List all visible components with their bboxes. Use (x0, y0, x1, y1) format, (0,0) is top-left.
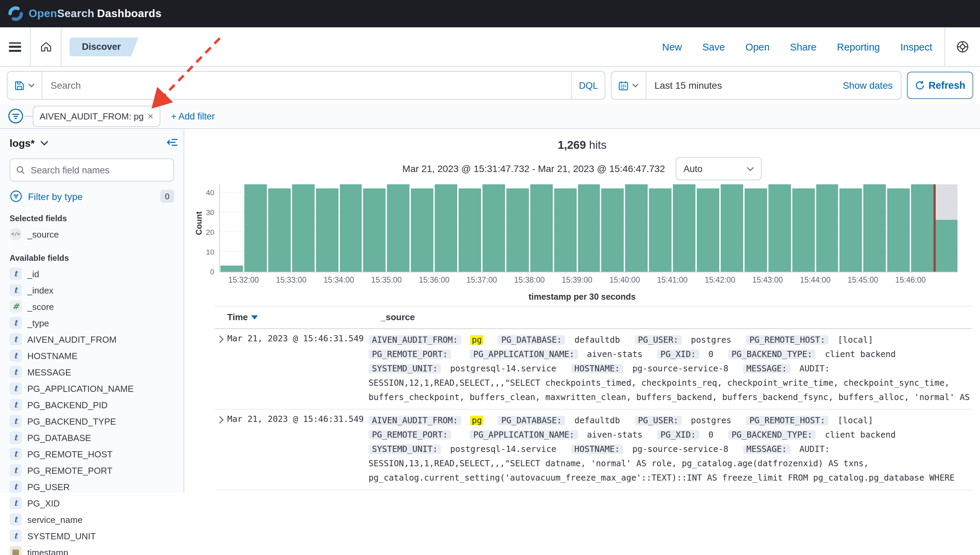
add-filter-button[interactable]: + Add filter (171, 111, 215, 121)
field-value: defaultdb (574, 335, 620, 345)
histogram-bar[interactable] (887, 188, 910, 272)
field-item-_source[interactable]: </>_source (0, 226, 184, 242)
field-item-PG_REMOTE_HOST[interactable]: tPG_REMOTE_HOST (0, 446, 184, 462)
field-item-SYSTEMD_UNIT[interactable]: tSYSTEMD_UNIT (0, 528, 184, 544)
histogram-bar[interactable] (482, 184, 505, 272)
saved-query-button[interactable] (8, 72, 42, 99)
field-item-PG_DATABASE[interactable]: tPG_DATABASE (0, 429, 184, 446)
help-button[interactable] (945, 27, 980, 66)
histogram-bar[interactable] (435, 184, 457, 272)
histogram-bar[interactable] (816, 184, 838, 272)
field-search-box (10, 158, 174, 181)
table-row: Mar 21, 2023 @ 15:46:31.549AIVEN_AUDIT_F… (215, 410, 972, 490)
histogram-bar[interactable] (506, 188, 529, 272)
histogram-bar[interactable] (411, 188, 433, 272)
histogram-bar[interactable] (530, 184, 552, 272)
search-icon (16, 165, 25, 175)
brand-text: OpenSearchDashboards (29, 8, 162, 20)
histogram-bar[interactable] (840, 188, 862, 272)
histogram-bar[interactable] (935, 220, 958, 272)
selected-fields-heading: Selected fields (0, 203, 184, 226)
field-item-PG_APPLICATION_NAME[interactable]: tPG_APPLICATION_NAME (0, 380, 184, 397)
nav-link-inspect[interactable]: Inspect (900, 41, 933, 52)
field-item-PG_USER[interactable]: tPG_USER (0, 478, 184, 495)
field-label: SYSTEMD_UNIT (27, 531, 96, 541)
nav-link-save[interactable]: Save (702, 41, 725, 52)
nav-link-reporting[interactable]: Reporting (837, 41, 880, 52)
filter-icon[interactable] (7, 107, 24, 125)
home-button[interactable] (31, 27, 61, 66)
histogram-bar[interactable] (554, 188, 576, 272)
field-item-_score[interactable]: #_score (0, 298, 184, 315)
breadcrumb[interactable]: Discover (70, 37, 139, 56)
field-item-HOSTNAME[interactable]: tHOSTNAME (0, 348, 184, 364)
histogram-bar[interactable] (292, 184, 314, 272)
histogram-bar[interactable] (363, 188, 386, 272)
field-item-PG_BACKEND_PID[interactable]: tPG_BACKEND_PID (0, 397, 184, 413)
field-item-_index[interactable]: t_index (0, 282, 184, 298)
field-label: _source (27, 229, 59, 239)
row-source: AIVEN_AUDIT_FROM: pg PG_DATABASE: defaul… (368, 414, 972, 485)
field-item-service_name[interactable]: tservice_name (0, 511, 184, 528)
histogram-bar[interactable] (268, 188, 291, 272)
string-field-icon: t (10, 317, 22, 329)
histogram-bar[interactable] (626, 184, 648, 272)
field-label: HOSTNAME (27, 351, 77, 361)
field-label: PG_REMOTE_HOST (27, 449, 113, 459)
histogram-bar[interactable] (244, 184, 267, 272)
histogram-bar[interactable] (221, 266, 243, 272)
field-item-PG_XID[interactable]: tPG_XID (0, 495, 184, 511)
field-name-badge: AIVEN_AUDIT_FROM: (368, 335, 461, 345)
histogram-bar[interactable] (745, 188, 767, 272)
histogram-bar[interactable] (315, 188, 338, 272)
search-input[interactable] (42, 72, 571, 99)
field-item-timestamp[interactable]: ▦timestamp (0, 544, 184, 555)
nav-link-open[interactable]: Open (745, 41, 769, 52)
filter-pill[interactable]: AIVEN_AUDIT_FROM: pg × (33, 106, 160, 127)
field-item-AIVEN_AUDIT_FROM[interactable]: tAIVEN_AUDIT_FROM (0, 331, 184, 348)
nav-link-share[interactable]: Share (790, 41, 816, 52)
column-header-time[interactable]: Time (215, 312, 381, 322)
field-item-PG_BACKEND_TYPE[interactable]: tPG_BACKEND_TYPE (0, 413, 184, 429)
show-dates-button[interactable]: Show dates (843, 80, 901, 91)
histogram-bar[interactable] (649, 188, 672, 272)
query-language-button[interactable]: DQL (571, 72, 605, 99)
filter-by-type-button[interactable]: Filter by type 0 (10, 190, 174, 203)
opensearch-logo[interactable]: OpenSearchDashboards (8, 6, 162, 21)
filter-count-badge: 0 (160, 190, 174, 203)
divider (61, 27, 61, 66)
field-name-badge: PG_USER: (635, 335, 682, 345)
remove-filter-icon[interactable]: × (148, 111, 153, 122)
collapse-sidebar-button[interactable] (167, 137, 178, 150)
refresh-button[interactable]: Refresh (907, 72, 973, 99)
highlighted-value: pg (471, 416, 484, 425)
expand-row-button[interactable] (215, 333, 227, 405)
field-item-_id[interactable]: t_id (0, 266, 184, 282)
histogram-bar[interactable] (578, 184, 600, 272)
field-search-input[interactable] (29, 164, 168, 176)
field-item-MESSAGE[interactable]: tMESSAGE (0, 364, 184, 380)
nav-link-new[interactable]: New (662, 41, 682, 52)
date-quick-select-button[interactable] (612, 72, 646, 99)
histogram-bar[interactable] (339, 184, 362, 272)
field-name-badge: AIVEN_AUDIT_FROM: (368, 416, 461, 425)
interval-select[interactable]: Auto (676, 157, 762, 180)
histogram-bar[interactable] (911, 184, 934, 272)
field-item-PG_REMOTE_PORT[interactable]: tPG_REMOTE_PORT (0, 462, 184, 478)
field-item-_type[interactable]: t_type (0, 315, 184, 331)
time-range-value[interactable]: Last 15 minutes (646, 80, 722, 91)
histogram-bar[interactable] (769, 184, 791, 272)
index-pattern-selector[interactable]: logs* (0, 137, 184, 149)
histogram-bar[interactable] (864, 184, 886, 272)
histogram-bar[interactable] (673, 184, 695, 272)
content-area: logs* Filter by type 0 Selected fields <… (0, 129, 980, 493)
histogram-bar[interactable] (602, 188, 624, 272)
histogram-bar[interactable] (721, 184, 743, 272)
expand-row-button[interactable] (215, 414, 227, 485)
histogram-bar[interactable] (387, 184, 410, 272)
histogram-bar[interactable] (459, 188, 481, 272)
histogram-bar[interactable] (697, 188, 719, 272)
histogram-bar[interactable] (792, 188, 815, 272)
menu-button[interactable] (0, 27, 30, 66)
histogram-plot[interactable]: 01020304015:32:0015:33:0015:34:0015:35:0… (219, 184, 958, 273)
